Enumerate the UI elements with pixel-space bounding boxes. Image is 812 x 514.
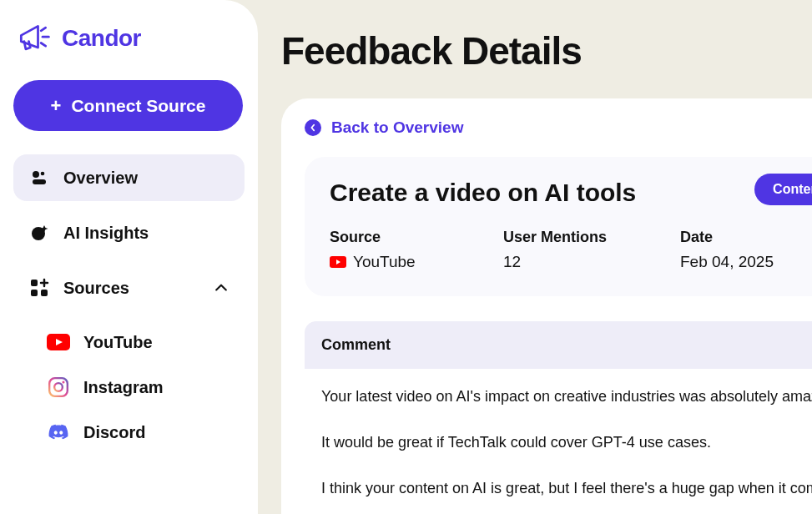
- meta-source-label: Source: [330, 229, 503, 246]
- source-label: Discord: [83, 423, 145, 442]
- nav-label-overview: Overview: [63, 169, 229, 188]
- overview-icon: [28, 167, 50, 189]
- nav-label-insights: AI Insights: [63, 224, 229, 243]
- source-label: Instagram: [83, 378, 164, 397]
- svg-point-9: [54, 383, 63, 391]
- main-content: Feedback Details Back to Overview Create…: [258, 0, 812, 514]
- nav-item-sources[interactable]: Sources: [13, 265, 245, 311]
- meta-mentions: User Mentions 12: [503, 229, 680, 271]
- youtube-icon: [47, 330, 70, 354]
- svg-point-0: [33, 171, 39, 178]
- connect-source-button[interactable]: + Connect Source: [13, 80, 243, 131]
- instagram-icon: [47, 375, 70, 399]
- nav-item-overview[interactable]: Overview: [13, 154, 245, 201]
- svg-rect-5: [31, 290, 38, 296]
- insights-icon: [28, 222, 50, 244]
- sidebar: Candor + Connect Source Overview AI Insi…: [0, 0, 258, 514]
- detail-card: Back to Overview Create a video on AI to…: [281, 98, 812, 514]
- meta-row: Source YouTube User Mentions 12 Date Feb…: [330, 229, 812, 271]
- svg-rect-6: [41, 290, 48, 296]
- category-badge: Content Idea: [754, 174, 812, 205]
- detail-summary: Create a video on AI tools Content Idea …: [305, 157, 812, 296]
- page-title: Feedback Details: [281, 28, 812, 73]
- meta-mentions-value: 12: [503, 253, 680, 271]
- comment-row: I think your content on AI is great, but…: [321, 477, 812, 500]
- svg-rect-2: [33, 179, 46, 184]
- meta-source-value: YouTube: [330, 253, 503, 271]
- svg-rect-8: [49, 378, 68, 396]
- sources-icon: [28, 277, 50, 299]
- comments-header: Comment: [305, 321, 812, 369]
- nav-label-sources: Sources: [63, 279, 199, 298]
- detail-title: Create a video on AI tools: [330, 179, 812, 207]
- connect-source-label: Connect Source: [71, 96, 205, 116]
- meta-date: Date Feb 04, 2025: [680, 229, 774, 271]
- source-item-youtube[interactable]: YouTube: [47, 320, 245, 365]
- svg-rect-4: [31, 280, 38, 286]
- chevron-left-icon: [305, 119, 321, 136]
- youtube-icon: [330, 256, 346, 268]
- back-to-overview-link[interactable]: Back to Overview: [305, 118, 812, 137]
- source-label: YouTube: [83, 333, 153, 352]
- meta-source-text: YouTube: [353, 253, 416, 271]
- brand-logo[interactable]: Candor: [13, 20, 245, 57]
- source-list: YouTube Instagram Discord: [13, 320, 245, 455]
- brand-name: Candor: [62, 25, 141, 52]
- svg-point-10: [62, 381, 64, 384]
- chevron-up-icon: [213, 280, 229, 296]
- nav-item-insights[interactable]: AI Insights: [13, 209, 245, 256]
- svg-point-1: [41, 172, 45, 176]
- nav-list: Overview AI Insights Sources: [13, 154, 245, 311]
- meta-mentions-label: User Mentions: [503, 229, 680, 246]
- megaphone-icon: [15, 20, 52, 57]
- comments-list: Your latest video on AI's impact on crea…: [305, 386, 812, 500]
- source-item-instagram[interactable]: Instagram: [47, 365, 245, 410]
- comment-row: It would be great if TechTalk could cove…: [321, 431, 812, 454]
- meta-date-value: Feb 04, 2025: [680, 253, 774, 271]
- comment-row: Your latest video on AI's impact on crea…: [321, 386, 812, 408]
- source-item-discord[interactable]: Discord: [47, 410, 245, 455]
- back-label: Back to Overview: [331, 118, 463, 137]
- discord-icon: [47, 421, 70, 444]
- meta-date-label: Date: [680, 229, 774, 246]
- meta-source: Source YouTube: [330, 229, 503, 271]
- plus-icon: +: [51, 97, 62, 115]
